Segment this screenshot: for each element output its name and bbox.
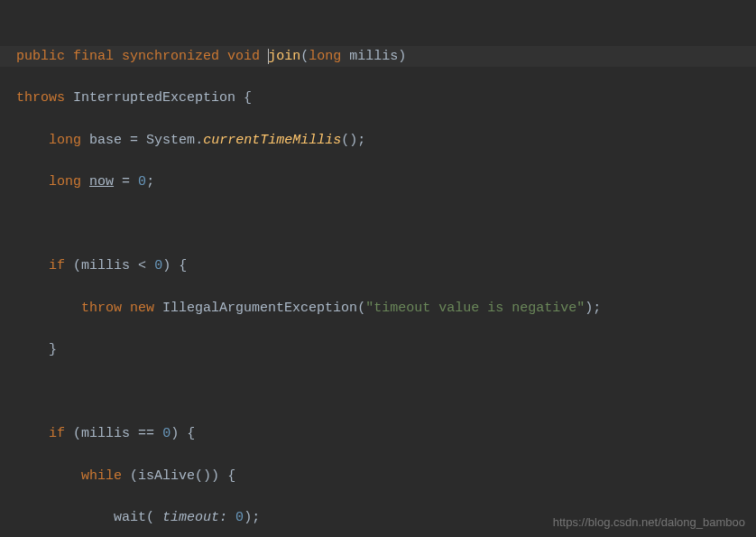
literal-zero: 0 [138, 174, 146, 190]
literal-zero: 0 [235, 510, 244, 525]
op-eqeq: == [138, 426, 154, 441]
param-hint-timeout: timeout: [162, 510, 227, 525]
semi: ; [357, 133, 365, 148]
dot: . [195, 133, 203, 148]
method-name-join: join [268, 49, 300, 64]
brace-open: { [227, 468, 235, 484]
var-now: now [89, 174, 114, 190]
semi: ; [252, 510, 260, 525]
op-eq: = [122, 174, 130, 190]
code-line: public final synchronized void join(long… [0, 46, 756, 67]
var-base: base [89, 133, 122, 148]
code-editor[interactable]: public final synchronized void join(long… [0, 0, 756, 537]
paren-open: ( [195, 468, 203, 484]
code-line: if (millis < 0) { [0, 255, 756, 276]
keyword-public: public [16, 49, 65, 64]
paren-close: ) [398, 49, 406, 64]
paren-open: ( [130, 468, 138, 484]
paren-open: ( [341, 133, 349, 148]
paren-close: ) [171, 426, 179, 441]
brace-open: { [244, 90, 252, 106]
class-system: System [146, 133, 195, 148]
paren-close: ) [203, 468, 211, 484]
keyword-throws: throws [16, 90, 65, 106]
type-illegalargumentexception: IllegalArgumentException [162, 301, 357, 316]
keyword-void: void [227, 49, 260, 64]
brace-open: { [187, 426, 195, 441]
code-line: } [0, 339, 756, 360]
keyword-long: long [49, 174, 81, 190]
keyword-synchronized: synchronized [122, 49, 219, 64]
paren-close: ) [211, 468, 219, 484]
paren-open: ( [73, 258, 81, 273]
code-line: while (isAlive()) { [0, 466, 756, 486]
call-wait: wait [114, 510, 146, 525]
code-line: throws InterruptedException { [0, 88, 756, 108]
paren-open: ( [146, 510, 154, 525]
keyword-if: if [49, 258, 65, 273]
code-line: long base = System.currentTimeMillis(); [0, 130, 756, 151]
keyword-long: long [49, 133, 81, 148]
keyword-new: new [130, 301, 154, 316]
call-isalive: isAlive [138, 468, 195, 484]
keyword-final: final [73, 49, 114, 64]
code-line: throw new IllegalArgumentException("time… [0, 298, 756, 319]
literal-zero: 0 [154, 258, 162, 273]
paren-close: ) [162, 258, 171, 273]
paren-close: ) [349, 133, 357, 148]
semi: ; [593, 301, 601, 316]
paren-close: ) [585, 301, 593, 316]
string-literal: "timeout value is negative" [365, 301, 585, 316]
param-millis: millis [349, 49, 398, 64]
paren-open: ( [300, 49, 309, 64]
code-line: long now = 0; [0, 171, 756, 192]
watermark-text: https://blog.csdn.net/dalong_bamboo [553, 514, 745, 532]
type-interruptedexception: InterruptedException [73, 90, 235, 106]
paren-close: ) [244, 510, 252, 525]
code-line: if (millis == 0) { [0, 423, 756, 444]
brace-close: } [49, 342, 57, 357]
semi: ; [146, 174, 154, 190]
keyword-if: if [49, 426, 65, 441]
op-eq: = [130, 133, 138, 148]
paren-open: ( [73, 426, 81, 441]
paren-open: ( [357, 301, 365, 316]
var-millis: millis [81, 258, 130, 273]
keyword-while: while [81, 468, 122, 484]
op-lt: < [138, 258, 146, 273]
call-currenttimemillis: currentTimeMillis [203, 133, 341, 148]
brace-open: { [179, 258, 187, 273]
keyword-long: long [309, 49, 341, 64]
literal-zero: 0 [162, 426, 171, 441]
code-line [0, 214, 756, 235]
code-line [0, 382, 756, 403]
keyword-throw: throw [81, 301, 122, 316]
var-millis: millis [81, 426, 130, 441]
